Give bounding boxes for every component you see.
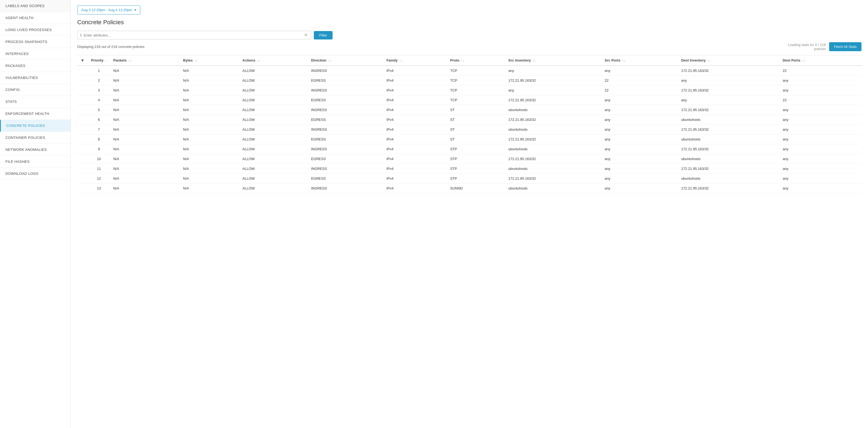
fetch-all-stats-button[interactable]: Fetch All Stats — [829, 42, 862, 51]
row-bytes: N/A — [180, 76, 239, 85]
row-priority: 3 — [88, 85, 110, 95]
bytes-col-header[interactable]: Bytes ↑↓ — [180, 55, 239, 66]
table-row: 4 N/A N/A ALLOW EGRESS IPv4 TCP 172.21.9… — [77, 95, 862, 105]
sidebar-item-download-logs[interactable]: DOWNLOAD LOGS — [0, 168, 70, 180]
sidebar-item-config[interactable]: CONFIG — [0, 84, 70, 96]
row-src-inventory: ubuntuhosts — [505, 125, 601, 135]
row-filter-cell — [77, 174, 88, 183]
filter-input[interactable] — [84, 33, 304, 37]
date-range-picker[interactable]: Aug 3 12:20pm - Aug 4 12:20pm ▾ — [77, 5, 140, 15]
row-dest-ports: any — [779, 183, 862, 193]
sidebar-item-interfaces[interactable]: INTERFACES — [0, 48, 70, 60]
row-dest-ports: any — [779, 174, 862, 183]
table-row: 6 N/A N/A ALLOW EGRESS IPv4 ST 172.21.95… — [77, 115, 862, 125]
row-family: IPv4 — [383, 164, 447, 174]
row-src-ports: any — [601, 95, 678, 105]
row-src-ports: any — [601, 115, 678, 125]
clear-filter-button[interactable]: ✕ — [304, 33, 308, 37]
filter-input-wrap: ℹ ✕ — [77, 31, 311, 39]
filter-icon[interactable]: ▼ — [81, 58, 85, 63]
row-src-ports: any — [601, 135, 678, 144]
sidebar-item-packages[interactable]: PACKAGES — [0, 60, 70, 72]
row-proto: TCP — [447, 66, 505, 76]
row-family: IPv4 — [383, 115, 447, 125]
row-family: IPv4 — [383, 76, 447, 85]
packets-col-header[interactable]: Packets ↑↓ — [110, 55, 180, 66]
priority-col-header[interactable]: Priority ↑ — [88, 55, 110, 66]
row-priority: 10 — [88, 154, 110, 164]
sidebar-item-long-lived-processes[interactable]: LONG LIVED PROCESSES — [0, 24, 70, 36]
row-packets: N/A — [110, 164, 180, 174]
row-direction: INGRESS — [308, 105, 383, 115]
dest-ports-col-header[interactable]: Dest Ports ↑↓ — [779, 55, 862, 66]
row-src-inventory: 172.21.95.163/32 — [505, 135, 601, 144]
info-icon: ℹ — [80, 33, 82, 37]
row-direction: EGRESS — [308, 154, 383, 164]
row-dest-inventory: ubuntuhosts — [678, 115, 779, 125]
sidebar-item-file-hashes[interactable]: FILE HASHES — [0, 156, 70, 168]
sidebar-item-container-policies[interactable]: CONTAINER POLICIES — [0, 132, 70, 144]
row-dest-ports: 22 — [779, 66, 862, 76]
direction-col-header[interactable]: Direction ↑↓ — [308, 55, 383, 66]
row-dest-ports: any — [779, 135, 862, 144]
row-packets: N/A — [110, 105, 180, 115]
actions-col-header[interactable]: Actions ↑↓ — [239, 55, 308, 66]
row-dest-inventory: 172.21.95.163/32 — [678, 125, 779, 135]
row-src-inventory: any — [505, 66, 601, 76]
displaying-count: Displaying 218 out of 218 concrete polic… — [77, 45, 145, 49]
dest-inventory-col-header[interactable]: Dest Inventory ↑↓ — [678, 55, 779, 66]
row-packets: N/A — [110, 125, 180, 135]
table-row: 2 N/A N/A ALLOW EGRESS IPv4 TCP 172.21.9… — [77, 76, 862, 85]
row-bytes: N/A — [180, 154, 239, 164]
row-direction: INGRESS — [308, 183, 383, 193]
table-row: 12 N/A N/A ALLOW EGRESS IPv4 STP 172.21.… — [77, 174, 862, 183]
src-inventory-col-header[interactable]: Src Inventory ↑↓ — [505, 55, 601, 66]
row-priority: 2 — [88, 76, 110, 85]
table-row: 8 N/A N/A ALLOW EGRESS IPv4 ST 172.21.95… — [77, 135, 862, 144]
row-direction: INGRESS — [308, 164, 383, 174]
proto-col-header[interactable]: Proto ↑↓ — [447, 55, 505, 66]
sidebar-item-process-snapshots[interactable]: PROCESS SNAPSHOTS — [0, 36, 70, 48]
sidebar-item-vulnerabilities[interactable]: VULNERABILITIES — [0, 72, 70, 84]
row-direction: EGRESS — [308, 76, 383, 85]
row-dest-inventory: 172.21.95.163/32 — [678, 183, 779, 193]
stats-bar: Displaying 218 out of 218 concrete polic… — [77, 42, 862, 51]
row-actions: ALLOW — [239, 144, 308, 154]
row-src-inventory: ubuntuhosts — [505, 105, 601, 115]
row-dest-ports: any — [779, 144, 862, 154]
row-dest-inventory: ubuntuhosts — [678, 154, 779, 164]
row-filter-cell — [77, 183, 88, 193]
row-family: IPv4 — [383, 154, 447, 164]
row-priority: 5 — [88, 105, 110, 115]
filter-button[interactable]: Filter — [314, 31, 333, 39]
sidebar-item-enforcement-health[interactable]: ENFORCEMENT HEALTH — [0, 108, 70, 120]
row-family: IPv4 — [383, 174, 447, 183]
row-src-inventory: ubuntuhosts — [505, 144, 601, 154]
row-dest-inventory: ubuntuhosts — [678, 174, 779, 183]
row-bytes: N/A — [180, 85, 239, 95]
row-filter-cell — [77, 95, 88, 105]
sidebar-item-labels-and-scopes[interactable]: LABELS AND SCOPES — [0, 0, 70, 12]
family-col-header[interactable]: Family ↑↓ — [383, 55, 447, 66]
row-src-inventory: 172.21.95.163/32 — [505, 76, 601, 85]
src-ports-col-header[interactable]: Src Ports ↑↓ — [601, 55, 678, 66]
row-filter-cell — [77, 144, 88, 154]
row-filter-cell — [77, 115, 88, 125]
row-proto: SUNND — [447, 183, 505, 193]
row-filter-cell — [77, 85, 88, 95]
page-title: Concrete Policies — [77, 19, 862, 26]
row-actions: ALLOW — [239, 183, 308, 193]
row-src-ports: 22 — [601, 76, 678, 85]
row-proto: ST — [447, 115, 505, 125]
sidebar-item-stats[interactable]: STATS — [0, 96, 70, 108]
row-actions: ALLOW — [239, 174, 308, 183]
row-dest-inventory: ubuntuhosts — [678, 135, 779, 144]
sidebar-item-agent-health[interactable]: AGENT HEALTH — [0, 12, 70, 24]
sidebar-item-concrete-policies[interactable]: CONCRETE POLICIES — [0, 120, 70, 132]
row-packets: N/A — [110, 76, 180, 85]
table-row: 10 N/A N/A ALLOW EGRESS IPv4 STP 172.21.… — [77, 154, 862, 164]
row-filter-cell — [77, 125, 88, 135]
row-bytes: N/A — [180, 135, 239, 144]
row-direction: INGRESS — [308, 125, 383, 135]
sidebar-item-network-anomalies[interactable]: NETWORK ANOMALIES — [0, 144, 70, 156]
